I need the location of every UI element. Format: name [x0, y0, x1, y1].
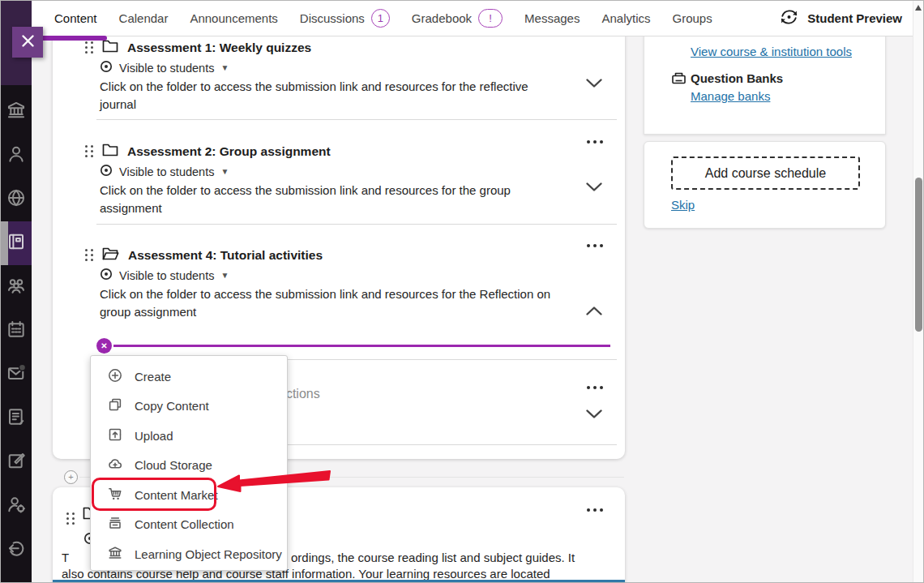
content-item-title[interactable]: Assessment 4: Tutorial activities	[128, 248, 323, 263]
item-options-menu[interactable]	[584, 137, 606, 147]
tab-gradebook[interactable]: Gradebook!	[412, 9, 503, 28]
sidebar-item-grades[interactable]	[1, 397, 32, 440]
course-schedule-card: Add course schedule Skip	[644, 141, 886, 229]
envelope-icon	[6, 363, 26, 386]
tab-groups[interactable]: Groups	[672, 11, 712, 25]
question-banks-icon	[671, 71, 687, 88]
tab-discussions[interactable]: Discussions1	[300, 9, 390, 28]
insert-content-indicator: ✕	[96, 338, 610, 354]
people-group-icon	[6, 276, 26, 298]
close-add-menu-button[interactable]: ✕	[96, 338, 112, 354]
menu-item-copy-content[interactable]: Copy Content	[91, 392, 287, 422]
folder-icon	[101, 142, 119, 161]
student-preview-button[interactable]: Student Preview	[778, 8, 902, 28]
drag-handle-icon[interactable]	[85, 41, 93, 54]
item-options-menu[interactable]	[584, 241, 606, 251]
item-divider	[96, 119, 617, 120]
scrollbar-thumb[interactable]	[915, 178, 922, 332]
cloud-icon	[108, 457, 122, 474]
visibility-dropdown[interactable]: Visible to students ▼	[100, 268, 229, 283]
manage-banks-link[interactable]: Manage banks	[691, 89, 770, 103]
folder-icon	[101, 38, 119, 57]
description-fragment: T	[62, 551, 69, 564]
caret-down-icon: ▼	[220, 63, 229, 72]
add-content-menu: Create Copy Content Upload Cloud Storage…	[90, 355, 288, 571]
menu-item-learning-object-repository[interactable]: Learning Object Repository	[91, 539, 287, 569]
sign-out-icon	[6, 538, 26, 561]
left-sidebar	[1, 1, 32, 583]
visibility-eye-icon	[100, 164, 113, 179]
tab-analytics[interactable]: Analytics	[601, 11, 650, 25]
menu-item-upload[interactable]: Upload	[91, 421, 287, 451]
copy-icon	[108, 397, 122, 414]
tab-messages[interactable]: Messages	[524, 11, 580, 25]
page-scrollbar	[913, 1, 923, 583]
sidebar-item-calendar[interactable]	[1, 309, 32, 353]
sidebar-item-institution[interactable]	[1, 90, 32, 134]
content-item-description: Click on the folder to access the submis…	[100, 78, 562, 114]
caret-down-icon: ▼	[220, 271, 229, 280]
gradebook-icon	[6, 407, 26, 430]
menu-item-content-market[interactable]: Content Market	[91, 480, 287, 510]
content-item-row: Assessment 4: Tutorial activities	[85, 246, 323, 264]
expand-chevron-icon[interactable]	[585, 408, 603, 422]
visibility-dropdown[interactable]: Visible to students ▼	[100, 164, 229, 179]
upload-icon	[108, 427, 122, 444]
item-options-menu[interactable]	[584, 505, 606, 515]
scroll-up-arrow[interactable]	[915, 5, 922, 11]
drag-handle-icon[interactable]	[66, 512, 75, 525]
sidebar-item-compose[interactable]	[1, 440, 32, 484]
view-tools-link[interactable]: View course & institution tools	[691, 45, 852, 58]
drag-handle-icon[interactable]	[85, 249, 93, 261]
close-icon	[21, 34, 35, 50]
link-underline-rule	[53, 580, 625, 582]
close-panel-button[interactable]	[12, 27, 43, 58]
globe-icon	[6, 188, 26, 211]
drag-handle-icon[interactable]	[85, 145, 93, 157]
discussions-count-badge: 1	[371, 9, 390, 28]
content-item-title[interactable]: Assessment 2: Group assignment	[127, 144, 331, 159]
insert-line	[113, 345, 610, 347]
open-folder-icon	[101, 246, 120, 264]
plus-circle-icon	[108, 368, 122, 385]
compose-icon	[6, 451, 26, 474]
expand-chevron-icon[interactable]	[585, 181, 603, 195]
visibility-eye-icon	[100, 60, 113, 75]
sidebar-item-groups[interactable]	[1, 265, 32, 309]
tab-calendar[interactable]: Calendar	[119, 11, 169, 25]
skip-link[interactable]: Skip	[671, 198, 695, 212]
add-course-schedule-button[interactable]: Add course schedule	[671, 156, 860, 190]
repository-icon	[108, 546, 122, 563]
item-divider	[96, 224, 617, 225]
sidebar-item-messages[interactable]	[1, 353, 32, 397]
sidebar-item-signout[interactable]	[1, 528, 32, 572]
person-gear-icon	[6, 495, 26, 517]
item-options-menu[interactable]	[584, 383, 606, 392]
visibility-dropdown[interactable]: Visible to students ▼	[100, 60, 229, 75]
content-item-description: Click on the folder to access the submis…	[100, 182, 568, 217]
course-top-nav: Content Calendar Announcements Discussio…	[32, 1, 923, 36]
tab-content[interactable]: Content	[54, 11, 97, 25]
content-item-title[interactable]: Assessment 1: Weekly quizzes	[127, 41, 311, 55]
profile-icon	[6, 144, 26, 167]
menu-item-content-collection[interactable]: Content Collection	[91, 510, 287, 540]
gradebook-alert-badge: !	[478, 9, 503, 28]
menu-item-cloud-storage[interactable]: Cloud Storage	[91, 451, 287, 481]
collection-icon	[108, 516, 122, 533]
sidebar-item-organizations[interactable]	[1, 178, 32, 221]
cart-icon	[108, 487, 122, 504]
caret-down-icon: ▼	[220, 167, 229, 176]
description-fragment: ordings, the course reading list and sub…	[291, 551, 575, 564]
menu-item-create[interactable]: Create	[91, 362, 287, 392]
expand-chevron-icon[interactable]	[585, 77, 603, 92]
sidebar-item-courses[interactable]	[1, 221, 32, 265]
sidebar-item-admin[interactable]	[1, 484, 32, 528]
course-tools-card: View course & institution tools Question…	[644, 20, 886, 135]
collapse-chevron-icon[interactable]	[585, 305, 603, 319]
visibility-eye-icon	[100, 268, 113, 283]
calendar-icon	[6, 319, 26, 342]
sidebar-item-profile[interactable]	[1, 134, 32, 178]
content-item-row: Assessment 2: Group assignment	[85, 142, 331, 161]
tab-announcements[interactable]: Announcements	[190, 11, 277, 25]
add-content-button[interactable]: +	[64, 470, 78, 484]
